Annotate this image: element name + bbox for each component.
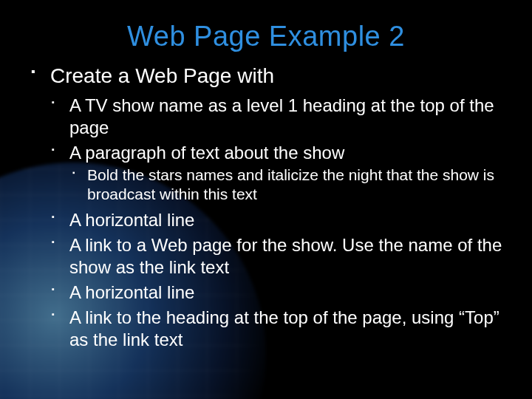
list-item: A link to a Web page for the show. Use t…: [50, 234, 502, 279]
list-item: Bold the stars names and italicize the n…: [69, 166, 502, 205]
list-item-text: A link to a Web page for the show. Use t…: [69, 235, 502, 277]
list-item-text: Bold the stars names and italicize the n…: [87, 166, 494, 202]
list-item-text: A link to the heading at the top of the …: [69, 307, 499, 349]
slide-title: Web Page Example 2: [30, 21, 502, 52]
list-item-text: A horizontal line: [69, 210, 194, 230]
list-item-text: A horizontal line: [69, 282, 194, 302]
bullet-list-level-2: A TV show name as a level 1 heading at t…: [50, 95, 502, 351]
list-item: A paragraph of text about the show Bold …: [50, 142, 502, 205]
list-item-text: A TV show name as a level 1 heading at t…: [69, 95, 494, 137]
list-item: A horizontal line: [50, 209, 502, 231]
list-item: A horizontal line: [50, 282, 502, 304]
slide: Web Page Example 2 Create a Web Page wit…: [0, 0, 532, 399]
list-item-text: A paragraph of text about the show: [69, 143, 344, 163]
list-item: Create a Web Page with A TV show name as…: [30, 63, 502, 351]
list-item: A TV show name as a level 1 heading at t…: [50, 95, 502, 139]
list-item-text: Create a Web Page with: [50, 64, 274, 87]
list-item: A link to the heading at the top of the …: [50, 307, 502, 351]
bullet-list-level-1: Create a Web Page with A TV show name as…: [30, 63, 502, 351]
bullet-list-level-3: Bold the stars names and italicize the n…: [69, 166, 502, 205]
